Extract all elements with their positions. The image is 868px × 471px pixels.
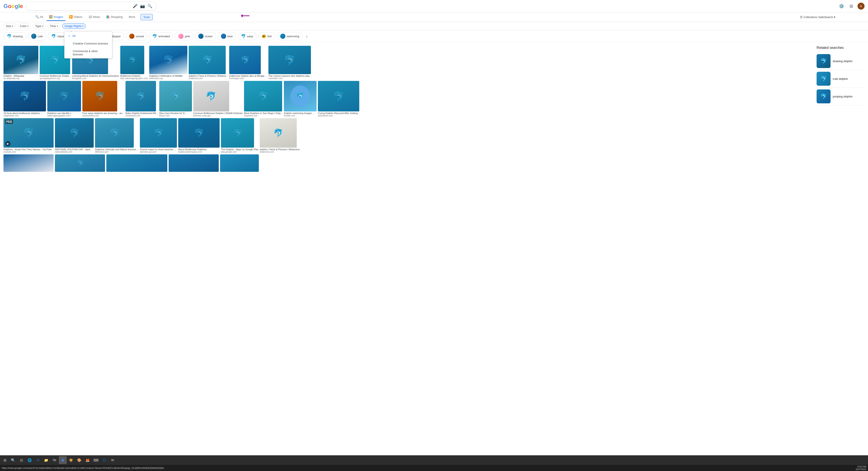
image-item-4[interactable]: 🐬 bbox=[120, 46, 144, 74]
img-caption-11: Four ways dolphins are amazing – an... bbox=[82, 112, 124, 115]
dolphin-icon-19: 🐬 bbox=[69, 128, 80, 138]
image-item-19[interactable]: 🐬 bbox=[55, 118, 94, 148]
image-item-6[interactable]: 🐬 bbox=[189, 46, 226, 74]
img-caption-18: Dolphins...Kinda Pee Their Names - YouTu… bbox=[3, 148, 54, 151]
image-grid: 🐬 Dolphin - Wikipedia en.wikipedia.org 🐬… bbox=[3, 46, 813, 173]
chip-animated[interactable]: 🐬 animated bbox=[149, 32, 173, 40]
size-filter[interactable]: Size ▾ bbox=[3, 23, 16, 29]
lens-button[interactable]: 📷 bbox=[140, 3, 145, 9]
img-source-15: seaworld.com bbox=[244, 115, 283, 117]
color-filter[interactable]: Color ▾ bbox=[18, 23, 31, 29]
usage-rights-filter[interactable]: Usage Rights ▾ bbox=[62, 23, 86, 29]
chip-fish[interactable]: 🐠 fish bbox=[258, 32, 275, 40]
image-item-17[interactable]: 🐬 bbox=[318, 81, 359, 111]
related-item-cute[interactable]: 🐬 cute dolphin bbox=[816, 70, 865, 88]
grid-cell-7: 🐬 bottlenose dolphin dies at Mirage ... … bbox=[229, 46, 267, 80]
image-item-12[interactable]: 🐬 bbox=[125, 81, 156, 111]
search-input[interactable]: dolphin bbox=[29, 4, 130, 8]
image-item-5[interactable]: 🐬 bbox=[149, 46, 187, 74]
img-source-1: en.wikipedia.org bbox=[3, 77, 38, 80]
search-button[interactable]: 🔍 bbox=[147, 3, 153, 9]
img-source-18: youtube.com bbox=[3, 151, 54, 153]
mic-button[interactable]: 🎤 bbox=[132, 3, 138, 9]
chip-sunset[interactable]: sunset bbox=[126, 32, 147, 40]
image-item-28[interactable] bbox=[168, 154, 219, 172]
dolphin-icon-8: 🐬 bbox=[284, 55, 295, 65]
time-filter[interactable]: Time ▾ bbox=[48, 23, 60, 29]
tools-button[interactable]: Tools bbox=[141, 14, 153, 20]
image-item-20[interactable]: 🐬 bbox=[95, 118, 134, 148]
type-filter[interactable]: Type ▾ bbox=[33, 23, 45, 29]
related-searches-title: Related searches bbox=[816, 46, 865, 50]
chip-easy[interactable]: 🐬 easy bbox=[238, 32, 256, 40]
dropdown-all[interactable]: ✓ All bbox=[64, 32, 112, 40]
related-item-jumping[interactable]: 🐬 jumping dolphin bbox=[816, 88, 865, 105]
tab-all[interactable]: 🔍 All bbox=[33, 13, 45, 21]
grid-cell-17: 🐬 Crying Dolphin Rescued After Getting .… bbox=[318, 81, 360, 117]
search-bar[interactable]: dolphin 🎤 📷 🔍 bbox=[26, 2, 156, 10]
chip-drawing[interactable]: 🐬 drawing bbox=[3, 32, 26, 40]
chips-next-button[interactable]: › bbox=[304, 33, 309, 40]
tools-arrow: ⟵ bbox=[241, 12, 249, 20]
chip-swimming[interactable]: swimming bbox=[277, 32, 303, 40]
image-item-8[interactable]: 🐬 bbox=[269, 46, 311, 74]
chip-blue[interactable]: blue bbox=[218, 32, 236, 40]
img-caption-12: Baby Dolphin Euthanized Aft... bbox=[125, 112, 158, 115]
tab-shopping[interactable]: 🛍️ Shopping bbox=[103, 13, 125, 21]
tab-videos[interactable]: ▶️ Videos bbox=[66, 13, 85, 21]
pee-label: PEE bbox=[5, 119, 13, 124]
tab-more[interactable]: More bbox=[126, 13, 138, 21]
image-item-21[interactable]: 🐬 bbox=[140, 118, 177, 148]
settings-button[interactable]: ⚙️ bbox=[838, 3, 845, 9]
image-item-26[interactable]: 🐬 bbox=[55, 154, 105, 172]
img-source-2: georgiaaquarium.org bbox=[40, 77, 71, 80]
image-item-11[interactable]: 🐬 bbox=[82, 81, 117, 111]
image-item-24[interactable]: 🐬 bbox=[260, 118, 297, 148]
google-logo[interactable]: Google bbox=[3, 3, 23, 9]
dropdown-commercial[interactable]: Commercial & other licenses bbox=[64, 47, 112, 58]
image-item-14[interactable]: 🐬 bbox=[193, 81, 229, 111]
chip-cute[interactable]: cute bbox=[28, 32, 46, 40]
grid-cell-23: 🐬 The Dolphin - Apps on Google Play play… bbox=[221, 118, 258, 153]
image-item-22[interactable]: 🐬 bbox=[178, 118, 220, 148]
logo-e: e bbox=[20, 3, 23, 9]
image-item-18[interactable]: 🐬 PEE ▶ bbox=[3, 118, 54, 148]
collections-button[interactable]: ☰ Collections bbox=[800, 16, 817, 19]
chip-clipart-icon: 🐬 bbox=[51, 34, 56, 38]
image-item-7[interactable]: 🐬 bbox=[229, 46, 261, 74]
image-item-10[interactable]: 🐬 bbox=[47, 81, 81, 111]
grid-cell-26: 🐬 bbox=[55, 154, 105, 172]
dropdown-creative-commons[interactable]: Creative Commons licenses bbox=[64, 40, 112, 47]
avatar[interactable]: A bbox=[858, 3, 865, 9]
tab-images[interactable]: 🖼️ Images bbox=[46, 13, 66, 21]
img-source-9: natgeokids.com bbox=[3, 115, 46, 117]
usage-dropdown: ✓ All Creative Commons licenses Commerci… bbox=[64, 32, 112, 58]
dolphin-icon-22: 🐬 bbox=[194, 128, 204, 138]
image-item-13[interactable]: 🐬 bbox=[159, 81, 192, 111]
related-item-drawing[interactable]: 🐬 drawing dolphin bbox=[816, 52, 865, 70]
grid-cell-20: 🐬 Dolphins | Animals and Nature lessons … bbox=[95, 118, 138, 153]
chip-ocean[interactable]: ocean bbox=[195, 32, 216, 40]
related-thumb-icon-jumping: 🐬 bbox=[820, 93, 827, 99]
image-item-27[interactable] bbox=[106, 154, 167, 172]
img-caption-8: The curious reasons why dolphins play ..… bbox=[269, 75, 312, 77]
chip-fish-icon: 🐠 bbox=[261, 34, 266, 38]
tab-news[interactable]: 📰 News bbox=[86, 13, 103, 21]
chip-pink[interactable]: pink bbox=[175, 32, 193, 40]
dolphin-icon-23: 🐬 bbox=[233, 129, 242, 137]
chip-sunset-thumb bbox=[129, 34, 134, 39]
grid-cell-1: 🐬 Dolphin - Wikipedia en.wikipedia.org bbox=[3, 46, 38, 80]
image-item-1[interactable]: 🐬 bbox=[3, 46, 38, 74]
image-item-23[interactable]: 🐬 bbox=[221, 118, 254, 148]
img-source-22: boattoursjohnspass.com bbox=[178, 151, 220, 153]
img-source-24: britannica.com bbox=[260, 151, 299, 153]
img-caption-23: The Dolphin - Apps on Google Play bbox=[221, 148, 258, 151]
image-item-15[interactable]: 🐬 bbox=[244, 81, 282, 111]
image-item-9[interactable]: 🐬 bbox=[3, 81, 46, 111]
image-item-25[interactable] bbox=[3, 154, 54, 172]
img-caption-15: Meet Dolphins in San Diego | Dolp... bbox=[244, 112, 283, 115]
image-item-16[interactable]: 🐬 bbox=[284, 81, 316, 111]
safesearch-button[interactable]: SafeSearch ▾ bbox=[818, 16, 835, 19]
apps-button[interactable]: ⊞ bbox=[848, 3, 854, 9]
image-item-29[interactable] bbox=[220, 154, 259, 172]
